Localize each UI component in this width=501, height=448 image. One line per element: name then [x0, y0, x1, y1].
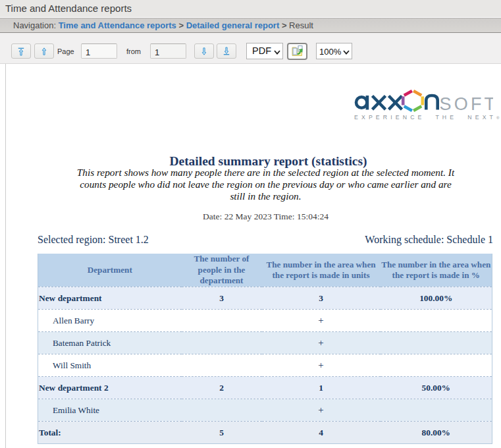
svg-text:SOFT: SOFT: [440, 94, 494, 114]
